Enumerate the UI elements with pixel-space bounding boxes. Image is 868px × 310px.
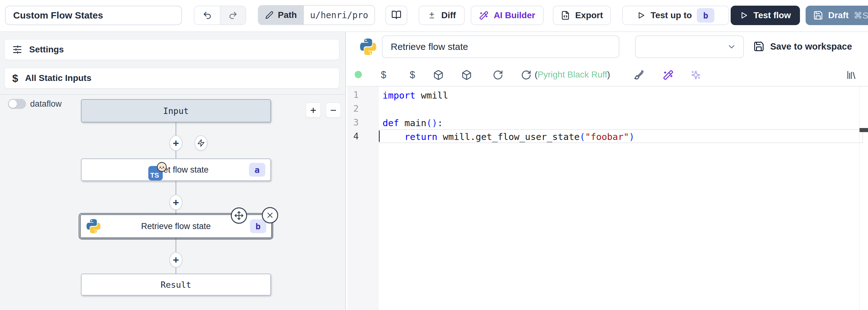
dollar-icon: $: [381, 69, 386, 81]
docs-button[interactable]: [385, 6, 407, 25]
test-up-to-button[interactable]: Test up to b: [622, 6, 729, 25]
test-flow-button[interactable]: Test flow: [731, 6, 800, 25]
path-button[interactable]: Path: [258, 6, 304, 25]
draft-save-button[interactable]: Draft ⌘S: [806, 6, 868, 25]
python-icon: [359, 38, 377, 56]
pencil-icon: [265, 11, 274, 19]
trigger-button[interactable]: [194, 135, 208, 151]
settings-label: Settings: [29, 45, 64, 55]
code-token: wmill.get_flow_user_state: [437, 132, 580, 142]
move-step-handle[interactable]: [231, 207, 247, 224]
dataflow-toggle[interactable]: [8, 99, 26, 109]
diff-button[interactable]: Diff: [418, 6, 465, 25]
code-line[interactable]: import wmill: [379, 88, 863, 102]
line-number: 1: [346, 88, 379, 102]
graph-divider: [0, 94, 345, 95]
code-line[interactable]: [379, 102, 863, 115]
code-row: 3def main():: [346, 115, 868, 129]
save-options-dropdown[interactable]: [635, 35, 744, 58]
code-token: return: [405, 132, 437, 142]
topbar: Path u/henri/pro Diff AI Builder Export …: [0, 0, 868, 32]
path-value-field[interactable]: u/henri/pro: [304, 6, 374, 25]
variables-button[interactable]: $: [376, 67, 391, 83]
step-editor-panel: Save to workspace $ $ (Pyright Black Ruf…: [346, 32, 868, 310]
flow-node-set-flow-state[interactable]: TS Set flow state a: [81, 159, 271, 181]
all-static-inputs-label: All Static Inputs: [25, 73, 92, 83]
code-row: 2: [346, 102, 868, 115]
format-button[interactable]: [631, 67, 646, 83]
undo-icon: [203, 11, 212, 20]
zoom-in-button[interactable]: +: [306, 103, 321, 118]
reload-button[interactable]: [519, 67, 534, 83]
ai-edit-button[interactable]: [661, 67, 676, 83]
save-icon: [753, 41, 765, 52]
step-name-input[interactable]: [382, 35, 619, 58]
all-static-inputs-row[interactable]: $ All Static Inputs: [4, 68, 339, 88]
flow-node-input[interactable]: Input: [81, 99, 271, 122]
step-id-badge: a: [249, 163, 265, 177]
library-button[interactable]: [844, 67, 859, 83]
code-row: 1import wmill: [346, 88, 868, 102]
bun-logo-icon: [156, 162, 167, 172]
code-editor[interactable]: 1import wmill23def main():4 return wmill…: [346, 86, 868, 310]
code-token: import: [382, 90, 415, 101]
zoom-out-button[interactable]: −: [326, 103, 341, 118]
play-icon: [740, 11, 748, 20]
save-to-workspace-button[interactable]: Save to workspace: [753, 37, 852, 56]
move-icon: [234, 211, 244, 220]
path-group: Path u/henri/pro: [258, 5, 375, 25]
chevron-down-icon: [727, 42, 736, 52]
undo-button[interactable]: [194, 6, 220, 25]
file-code-icon: [561, 11, 570, 20]
package-icon: [433, 69, 444, 80]
wand-sparkles-icon: [663, 69, 674, 80]
delete-step-button[interactable]: [262, 207, 278, 223]
sliders-icon: [12, 45, 22, 55]
play-icon: [637, 11, 646, 20]
code-token: "foobar": [585, 132, 629, 142]
insert-step-button[interactable]: +: [169, 195, 183, 210]
book-open-icon: [391, 10, 401, 20]
package-button[interactable]: [459, 67, 474, 83]
reload-button[interactable]: [491, 67, 505, 83]
line-number: 4: [346, 129, 379, 143]
wand-sparkles-icon: [479, 11, 489, 20]
code-line[interactable]: def main():: [379, 115, 863, 129]
dollar-icon: $: [409, 69, 415, 81]
code-lines: 1import wmill23def main():4 return wmill…: [346, 88, 868, 143]
text-cursor: [379, 131, 380, 142]
diff-icon: [427, 11, 436, 20]
insert-step-button[interactable]: +: [169, 135, 183, 151]
package-button[interactable]: [431, 67, 446, 83]
export-button[interactable]: Export: [553, 6, 611, 25]
redo-button[interactable]: [220, 6, 246, 25]
flow-node-result[interactable]: Result: [81, 274, 271, 295]
settings-row[interactable]: Settings: [4, 39, 339, 60]
paintbrush-icon: [633, 69, 644, 80]
library-icon: [846, 69, 857, 80]
redo-icon: [228, 11, 238, 20]
bun-typescript-icon: TS: [148, 166, 163, 180]
flow-name-input[interactable]: [5, 6, 182, 25]
code-token: ): [629, 132, 634, 142]
python-icon: [86, 218, 101, 234]
code-token: main: [399, 118, 426, 128]
code-token: (): [427, 118, 437, 128]
refresh-icon: [493, 69, 503, 80]
insert-step-button[interactable]: +: [169, 252, 183, 267]
code-token: :: [437, 118, 443, 128]
code-line[interactable]: return wmill.get_flow_user_state("foobar…: [379, 129, 863, 143]
ai-builder-button[interactable]: AI Builder: [471, 6, 544, 25]
status-dot: [355, 71, 362, 78]
ai-sparkles-button[interactable]: [688, 67, 703, 83]
toggle-knob: [9, 100, 17, 108]
resources-button[interactable]: $: [405, 67, 420, 83]
code-row: 4 return wmill.get_flow_user_state("foob…: [346, 129, 868, 143]
path-label: Path: [278, 10, 297, 20]
editor-scrollbar[interactable]: [859, 87, 860, 310]
step-id-badge: b: [250, 219, 266, 233]
code-assistants-status[interactable]: (Pyright Black Ruff): [535, 69, 610, 80]
sparkles-icon: [690, 69, 701, 80]
line-number: 2: [346, 102, 379, 115]
save-icon: [813, 10, 823, 20]
